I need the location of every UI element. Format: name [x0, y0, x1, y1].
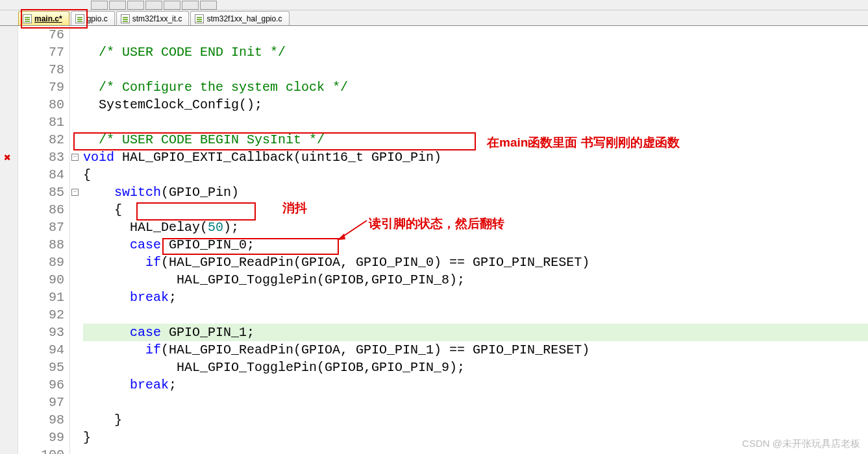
tab-label: stm32f1xx_it.c — [132, 14, 182, 23]
code-keyword: case — [130, 237, 161, 252]
code-line: { — [83, 202, 122, 217]
code-line: /* USER CODE END Init */ — [83, 45, 286, 60]
watermark: CSDN @未开张玩具店老板 — [742, 438, 860, 450]
tab-main-c[interactable]: main.c* — [18, 11, 69, 25]
code-text: (HAL_GPIO_ReadPin(GPIOA, GPIO_PIN_1) == … — [161, 342, 589, 357]
toolbar-btn[interactable] — [109, 1, 126, 10]
code-text: GPIO_PIN_1; — [161, 325, 254, 340]
error-mark-icon: ✖ — [4, 150, 11, 165]
code-keyword: case — [130, 325, 161, 340]
code-line: } — [83, 430, 91, 445]
code-line: HAL_GPIO_TogglePin(GPIOB,GPIO_PIN_8); — [83, 272, 465, 287]
tab-stm32f1xx-hal-gpio-c[interactable]: stm32f1xx_hal_gpio.c — [190, 11, 289, 25]
code-line: HAL_GPIO_TogglePin(GPIOB,GPIO_PIN_9); — [83, 360, 465, 375]
tab-stm32f1xx-it-c[interactable]: stm32f1xx_it.c — [116, 11, 190, 25]
fold-minus-icon[interactable]: − — [71, 189, 79, 196]
tab-label: main.c* — [34, 14, 62, 23]
code-editor[interactable]: ✖ 76 77 78 79 80 81 82 83 84 85 86 87 88… — [0, 26, 868, 454]
file-icon — [75, 14, 84, 23]
marker-margin: ✖ — [0, 26, 18, 454]
toolbar-fragment — [0, 0, 868, 10]
toolbar-btn[interactable] — [91, 1, 108, 10]
line-number-gutter: 76 77 78 79 80 81 82 83 84 85 86 87 88 8… — [18, 26, 70, 454]
toolbar-btn[interactable] — [164, 1, 180, 10]
code-text: GPIO_PIN_0; — [161, 237, 254, 252]
toolbar-btn[interactable] — [127, 1, 144, 10]
code-area[interactable]: /* USER CODE END Init */ /* Configure th… — [82, 26, 868, 454]
code-keyword: void — [83, 150, 114, 165]
code-line: SystemClock_Config(); — [83, 97, 262, 112]
code-text: ; — [169, 377, 177, 392]
code-text: (HAL_GPIO_ReadPin(GPIOA, GPIO_PIN_0) == … — [161, 255, 589, 270]
code-text: HAL_GPIO_EXTI_Callback(uint16_t GPIO_Pin… — [114, 150, 441, 165]
tab-bar: main.c* gpio.c stm32f1xx_it.c stm32f1xx_… — [0, 10, 868, 26]
file-icon — [121, 14, 130, 23]
code-line: { — [83, 167, 91, 182]
code-text: ); — [223, 220, 239, 235]
code-text: HAL_Delay( — [83, 220, 208, 235]
toolbar-btn[interactable] — [200, 1, 217, 10]
code-number: 50 — [208, 220, 223, 235]
fold-column: − − — [70, 26, 82, 454]
annotation-read-pin: 读引脚的状态，然后翻转 — [369, 215, 504, 232]
code-text: (GPIO_Pin) — [161, 185, 239, 200]
fold-minus-icon[interactable]: − — [71, 154, 79, 161]
code-keyword: if — [145, 342, 161, 357]
code-line: /* USER CODE BEGIN SysInit */ — [83, 132, 325, 147]
code-text: ; — [169, 290, 177, 305]
tab-label: stm32f1xx_hal_gpio.c — [206, 14, 282, 23]
code-keyword: if — [145, 255, 161, 270]
code-keyword: switch — [114, 185, 161, 200]
file-icon — [195, 14, 204, 23]
code-line: } — [83, 412, 122, 427]
code-keyword: break — [130, 290, 169, 305]
file-icon — [23, 14, 32, 23]
annotation-debounce: 消抖 — [282, 200, 307, 217]
code-keyword: break — [130, 377, 169, 392]
toolbar-btn[interactable] — [145, 1, 162, 10]
annotation-main-func: 在main函数里面 书写刚刚的虚函数 — [487, 134, 680, 151]
toolbar-btn[interactable] — [182, 1, 199, 10]
tab-label: gpio.c — [87, 14, 108, 23]
tab-gpio-c[interactable]: gpio.c — [71, 11, 115, 25]
code-line: /* Configure the system clock */ — [83, 80, 348, 95]
